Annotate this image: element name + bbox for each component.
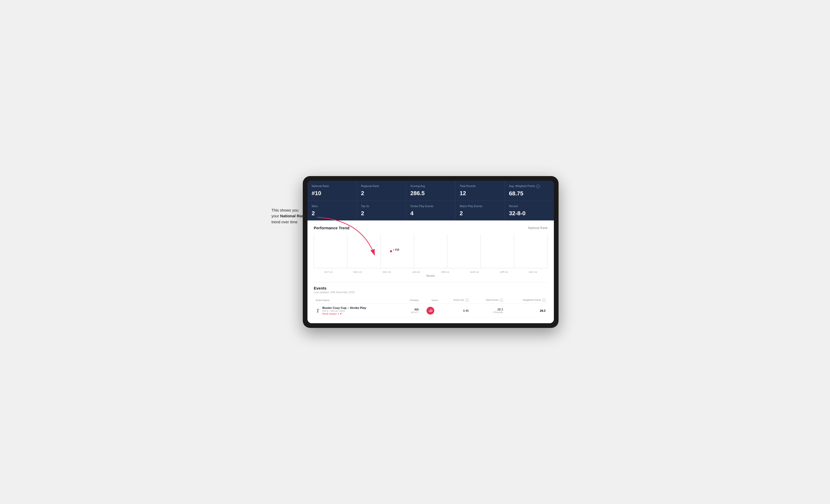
stat-national-rank-label: National Rank [312, 184, 352, 188]
tablet-device: National Rank #10 Regional Rank 2 Scorin… [303, 176, 558, 328]
stat-wins: Wins 2 [308, 201, 356, 221]
stat-wins-value: 2 [312, 210, 352, 217]
events-table: Event Name Position Score Event SG i Tot… [314, 297, 548, 318]
event-icon: 🏌️ [316, 309, 320, 313]
total-points-info-icon: i [500, 298, 503, 302]
annotation: This shows you your National Rank trend … [272, 207, 306, 225]
stat-stroke-play-label: Stroke Play Events [410, 204, 451, 208]
col-event-sg: Event SG i [440, 297, 471, 304]
events-table-header-row: Event Name Position Score Event SG i Tot… [314, 297, 548, 304]
stat-avg-weighted: Avg. Weighted Points i 68.75 [505, 181, 554, 201]
col-total-points: Total Points i [471, 297, 505, 304]
performance-chart: • #10 [314, 234, 548, 268]
col-weighted-points: Weighted Points i [505, 297, 548, 304]
event-date: Oct 9 - Oct 10, 2023 [322, 309, 366, 312]
total-rounds: 3 Rounds [473, 311, 503, 313]
x-label-may24: MAY 24 [518, 271, 548, 273]
content-area: Performance Trend National Rank [308, 221, 554, 323]
stat-record-value: 32-8-0 [509, 210, 550, 217]
chart-grid [314, 234, 548, 268]
rank-impact: Rank Impact: 3 ▼ [322, 312, 366, 315]
event-sg-cell: 0.45 [440, 304, 471, 318]
x-label-feb24: FEB 24 [430, 271, 460, 273]
stats-row-2: Wins 2 Top 3s 2 Stroke Play Events 4 Mat… [308, 201, 554, 221]
vline-4 [414, 234, 414, 268]
stat-top3s-label: Top 3s [361, 204, 402, 208]
stat-scoring-avg: Scoring Avg. 286.5 [406, 181, 455, 201]
events-table-head: Event Name Position Score Event SG i Tot… [314, 297, 548, 304]
stat-scoring-avg-value: 286.5 [410, 190, 451, 197]
position-value: 6th out of 7 [403, 308, 419, 313]
col-score: Score [421, 297, 440, 304]
stat-regional-rank-label: Regional Rank [361, 184, 402, 188]
stat-stroke-play-value: 4 [410, 210, 451, 217]
trend-header: Performance Trend National Rank [314, 226, 548, 230]
trend-title: Performance Trend [314, 226, 350, 230]
stat-top3s-value: 2 [361, 210, 402, 217]
x-axis-title: Months [314, 274, 548, 277]
event-name: Buster Cozy Cup – Stroke Play [322, 306, 366, 309]
stat-regional-rank: Regional Rank 2 [357, 181, 406, 201]
stats-row-1: National Rank #10 Regional Rank 2 Scorin… [308, 181, 554, 201]
col-position: Position [401, 297, 421, 304]
chart-data-dot [390, 250, 392, 252]
events-table-body: 🏌️ Buster Cozy Cup – Stroke Play Oct 9 -… [314, 304, 548, 318]
event-name-wrapper: 🏌️ Buster Cozy Cup – Stroke Play Oct 9 -… [316, 306, 398, 315]
chart-inner: • #10 [314, 234, 548, 268]
x-label-nov23: NOV 23 [343, 271, 372, 273]
stat-scoring-avg-label: Scoring Avg. [410, 184, 451, 188]
stat-match-play: Match Play Events 2 [455, 201, 505, 221]
chart-data-label: • #10 [393, 248, 400, 251]
scene: This shows you your National Rank trend … [272, 176, 558, 328]
event-sg-info-icon: i [466, 298, 469, 302]
x-label-mar24: MAR 24 [460, 271, 489, 273]
event-name-cell: 🏌️ Buster Cozy Cup – Stroke Play Oct 9 -… [314, 304, 401, 318]
stat-avg-weighted-value: 68.75 [509, 190, 550, 197]
events-subtitle: Last updated: 24th November 2023 [314, 291, 548, 294]
chart-x-labels: OCT 23 NOV 23 DEC 23 JAN 24 FEB 24 MAR 2… [314, 269, 548, 274]
position-sub: out of 7 [403, 311, 419, 313]
stat-match-play-value: 2 [459, 210, 500, 217]
stat-match-play-label: Match Play Events [459, 204, 500, 208]
event-position-cell: 6th out of 7 [401, 304, 421, 318]
score-badge: -22 [426, 307, 434, 314]
event-weighted-points-cell: 28.3 [505, 304, 548, 318]
col-event-name: Event Name [314, 297, 401, 304]
event-score-cell: -22 [421, 304, 440, 318]
stat-wins-label: Wins [312, 204, 352, 208]
stat-national-rank: National Rank #10 [308, 181, 356, 201]
tablet-screen: National Rank #10 Regional Rank 2 Scorin… [308, 181, 554, 323]
vline-5 [447, 234, 447, 268]
trend-axis-label: National Rank [528, 226, 548, 230]
stat-stroke-play: Stroke Play Events 4 [406, 201, 455, 221]
events-section: Events Last updated: 24th November 2023 … [314, 282, 548, 318]
vline-8 [547, 234, 548, 268]
weighted-points-info-icon: i [542, 298, 545, 302]
vline-6 [480, 234, 481, 268]
table-row: 🏌️ Buster Cozy Cup – Stroke Play Oct 9 -… [314, 304, 548, 318]
events-title: Events [314, 286, 548, 290]
x-label-apr24: APR 24 [489, 271, 518, 273]
stat-avg-weighted-label: Avg. Weighted Points i [509, 184, 550, 188]
vline-1 [314, 234, 314, 268]
x-label-jan24: JAN 24 [402, 271, 430, 273]
event-details: Buster Cozy Cup – Stroke Play Oct 9 - Oc… [322, 306, 366, 315]
stat-total-rounds: Total Rounds 12 [455, 181, 505, 201]
stat-record: Record 32-8-0 [505, 201, 554, 221]
info-icon: i [536, 185, 540, 188]
stat-total-rounds-value: 12 [459, 190, 500, 197]
stat-top3s: Top 3s 2 [357, 201, 406, 221]
x-label-oct23: OCT 23 [314, 271, 343, 273]
x-label-dec23: DEC 23 [372, 271, 402, 273]
stat-total-rounds-label: Total Rounds [459, 184, 500, 188]
stat-national-rank-value: #10 [312, 190, 352, 197]
event-total-points-cell: 28.3 3 Rounds [471, 304, 505, 318]
stat-record-label: Record [509, 204, 550, 208]
stat-regional-rank-value: 2 [361, 190, 402, 197]
